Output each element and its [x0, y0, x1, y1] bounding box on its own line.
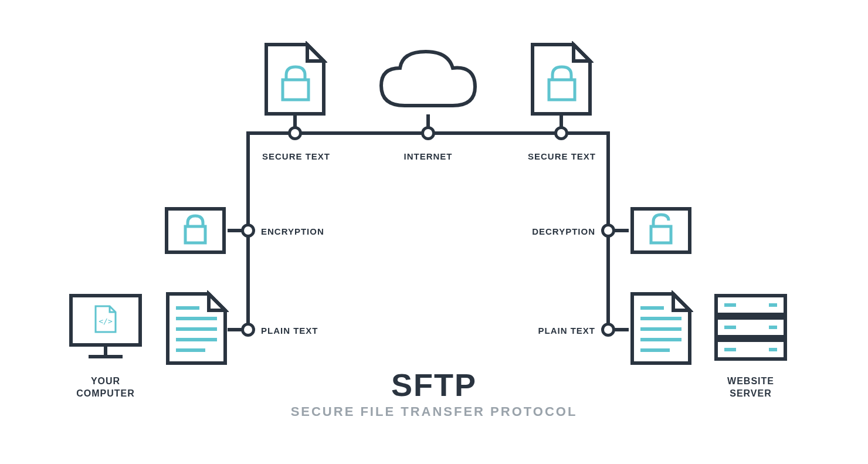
svg-rect-12: [549, 80, 575, 100]
stem-plain-left: [228, 328, 244, 331]
title-main: SFTP: [0, 367, 868, 403]
label-secure-text-right: SECURE TEXT: [521, 151, 603, 161]
svg-rect-11: [283, 80, 308, 100]
plain-text-file-left-icon: [164, 290, 229, 367]
stem-decryption: [612, 229, 629, 232]
label-encryption: ENCRYPTION: [261, 226, 343, 236]
svg-rect-14: [651, 226, 671, 243]
secure-text-file-left-icon: [263, 41, 327, 117]
stem-plain-right: [612, 328, 629, 331]
stem-encryption: [228, 229, 244, 232]
svg-text:</>: </>: [99, 317, 113, 326]
label-plain-text-right: PLAIN TEXT: [525, 326, 595, 336]
encryption-lock-icon: [163, 205, 228, 256]
your-computer-icon: </>: [67, 292, 144, 363]
secure-text-file-right-icon: [529, 41, 594, 117]
website-server-icon: [713, 292, 789, 363]
diagram-title: SFTP SECURE FILE TRANSFER PROTOCOL: [0, 367, 868, 419]
decryption-unlock-icon: [629, 205, 693, 256]
label-decryption: DECRYPTION: [513, 226, 595, 236]
svg-rect-10: [185, 226, 205, 243]
label-internet: INTERNET: [393, 151, 463, 161]
label-plain-text-left: PLAIN TEXT: [261, 326, 331, 336]
sftp-diagram: </>: [0, 0, 868, 464]
cloud-icon: [375, 47, 481, 117]
label-secure-text-left: SECURE TEXT: [255, 151, 337, 161]
title-sub: SECURE FILE TRANSFER PROTOCOL: [0, 404, 868, 419]
plain-text-file-right-icon: [629, 290, 693, 367]
